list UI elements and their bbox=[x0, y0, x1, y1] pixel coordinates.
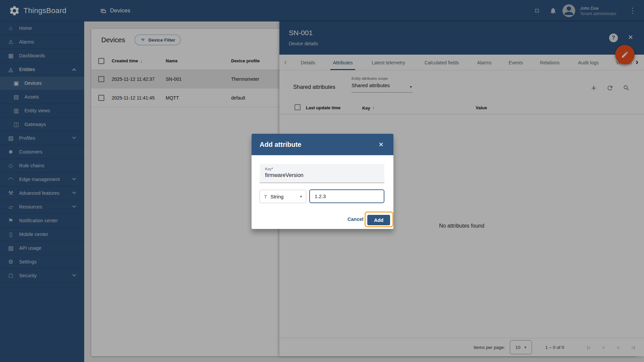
chevron-down-icon: ▾ bbox=[300, 194, 302, 199]
key-input[interactable] bbox=[265, 172, 379, 178]
attribute-value-field[interactable] bbox=[309, 189, 384, 203]
cancel-button[interactable]: Cancel bbox=[347, 217, 364, 222]
dialog-title: Add attribute bbox=[260, 141, 377, 148]
close-icon[interactable]: × bbox=[377, 140, 385, 149]
value-type-select[interactable]: T String ▾ bbox=[260, 190, 306, 203]
dialog-header: Add attribute × bbox=[252, 134, 393, 155]
add-attribute-dialog: Add attribute × Key* T String ▾ Cancel A… bbox=[252, 134, 393, 229]
value-type-label: String bbox=[270, 194, 297, 199]
value-input[interactable] bbox=[315, 193, 379, 199]
attribute-key-field[interactable]: Key* bbox=[260, 164, 384, 183]
text-type-icon: T bbox=[264, 194, 267, 199]
thingsboard-app: ThingsBoard Devices John Doe Tenant admi… bbox=[0, 0, 644, 362]
add-button[interactable]: Add bbox=[367, 215, 390, 225]
key-field-label: Key* bbox=[265, 167, 379, 171]
